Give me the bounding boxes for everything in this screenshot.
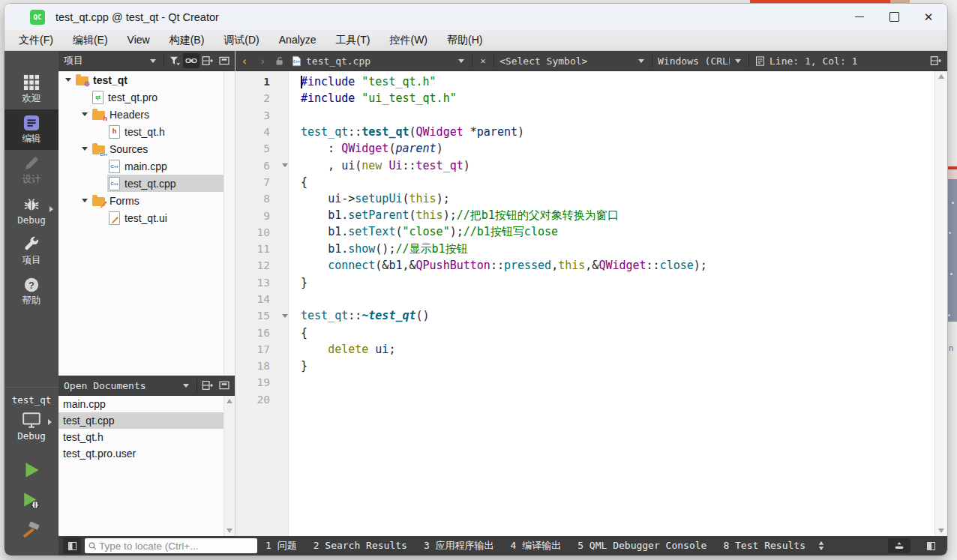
chevron-down-icon[interactable] xyxy=(458,59,464,63)
sidebar-mode-help[interactable]: ?帮助 xyxy=(4,271,58,312)
minimize-output-pane-button[interactable] xyxy=(888,538,910,553)
close-panel-button[interactable] xyxy=(216,53,232,68)
toggle-right-sidebar-button[interactable] xyxy=(922,538,940,554)
output-tab-3[interactable]: 3 应用程序输出 xyxy=(416,536,502,556)
open-documents-title[interactable]: Open Documents xyxy=(64,380,178,391)
mode-label: 帮助 xyxy=(22,295,41,307)
run-debug-button[interactable] xyxy=(21,492,42,513)
menu-item-t[interactable]: 工具(T) xyxy=(326,30,380,50)
tree-item-test-qt-h[interactable]: htest_qt.h xyxy=(58,123,235,140)
line-number: 6 xyxy=(236,160,276,172)
split-editor-button[interactable] xyxy=(928,53,944,68)
code-text[interactable]: , ui(new Ui::test_qt) xyxy=(294,159,470,172)
expand-arrow-icon[interactable] xyxy=(82,199,88,202)
expand-arrow-icon[interactable] xyxy=(82,147,88,151)
chevron-down-icon[interactable] xyxy=(150,59,156,63)
tree-item-test-qt[interactable]: test_qt xyxy=(58,71,235,88)
editor-scrollbar[interactable] xyxy=(934,71,947,536)
close-button[interactable]: ✕ xyxy=(911,4,946,30)
sidebar-mode-welcome[interactable]: 欢迎 xyxy=(4,69,58,109)
output-tab-8-test-results[interactable]: 8 Test Results xyxy=(715,536,814,556)
open-document-test-qt-pro-user[interactable]: test_qt.pro.user xyxy=(58,445,224,462)
open-documents-scrollbar[interactable] xyxy=(224,396,235,536)
menu-item-f[interactable]: 文件(F) xyxy=(9,30,63,50)
close-panel-button[interactable] xyxy=(216,378,232,393)
code-text[interactable]: b1.setText("close");//b1按钮写close xyxy=(294,225,558,239)
menu-item-e[interactable]: 编辑(E) xyxy=(63,30,118,50)
tree-item-test-qt-pro[interactable]: qttest_qt.pro xyxy=(58,88,235,106)
folder-project-icon xyxy=(76,76,88,85)
open-file-selector[interactable]: test_qt.cpp xyxy=(306,55,453,67)
fold-marker-icon[interactable] xyxy=(282,314,288,318)
code-text[interactable]: test_qt::~test_qt() xyxy=(294,309,430,322)
sidebar-mode-edit[interactable]: 编辑 xyxy=(4,109,58,150)
open-document-test-qt-cpp[interactable]: test_qt.cpp xyxy=(58,412,224,429)
menu-item-w[interactable]: 控件(W) xyxy=(380,30,437,50)
open-document-test-qt-h[interactable]: test_qt.h xyxy=(58,429,224,445)
menu-item-view[interactable]: View xyxy=(118,30,160,50)
toggle-left-sidebar-button[interactable] xyxy=(63,538,81,554)
code-text[interactable]: connect(&b1,&QPushButton::pressed,this,&… xyxy=(294,259,707,272)
tree-item-sources[interactable]: C++Sources xyxy=(58,140,235,157)
code-text[interactable]: #include "test_qt.h" xyxy=(294,75,436,88)
kit-selector[interactable]: test_qtDebug xyxy=(4,388,58,443)
split-panel-button[interactable] xyxy=(200,378,216,393)
locator-search-box[interactable] xyxy=(85,538,257,553)
code-text[interactable]: } xyxy=(294,359,308,373)
tree-item-main-cpp[interactable]: C++main.cpp xyxy=(58,157,235,175)
menu-item-analyze[interactable]: Analyze xyxy=(269,30,326,50)
run-controls xyxy=(21,461,42,544)
run-button[interactable] xyxy=(21,461,42,482)
locator-search-input[interactable] xyxy=(98,540,254,553)
minimize-button[interactable] xyxy=(842,4,877,30)
code-text[interactable]: { xyxy=(294,326,308,340)
synchronize-link-button[interactable] xyxy=(183,53,200,68)
expand-arrow-icon[interactable] xyxy=(65,78,71,82)
close-document-button[interactable]: ✕ xyxy=(475,55,491,66)
code-line-6: 6 , ui(new Ui::test_qt) xyxy=(236,157,947,173)
open-document-main-cpp[interactable]: main.cpp xyxy=(58,396,224,412)
output-tab-5-qml-debugger-console[interactable]: 5 QML Debugger Console xyxy=(569,536,715,556)
cursor-position-indicator: Line: 1, Col: 1 xyxy=(770,55,857,67)
menu-item-b[interactable]: 构建(B) xyxy=(160,30,214,50)
menu-item-h[interactable]: 帮助(H) xyxy=(437,30,492,50)
output-pane-arrows-icon[interactable] xyxy=(815,540,827,552)
fold-marker-icon[interactable] xyxy=(282,163,288,167)
code-text[interactable]: ui->setupUi(this); xyxy=(294,192,450,205)
maximize-button[interactable] xyxy=(877,4,911,30)
output-tab-4[interactable]: 4 编译输出 xyxy=(502,536,570,556)
code-text[interactable]: { xyxy=(294,175,308,189)
chevron-down-icon[interactable] xyxy=(735,59,741,63)
line-ending-selector[interactable]: Windows (CRLF) xyxy=(658,55,730,67)
project-tree-scrollbar[interactable] xyxy=(224,71,235,376)
code-text[interactable]: b1.show();//显示b1按钮 xyxy=(294,242,468,256)
filter-button[interactable] xyxy=(166,53,183,68)
code-text[interactable]: test_qt::test_qt(QWidget *parent) xyxy=(294,125,524,139)
symbol-selector[interactable]: <Select Symbol> xyxy=(500,55,633,67)
sidebar-mode-projects[interactable]: 项目 xyxy=(4,231,58,271)
chevron-down-icon[interactable] xyxy=(638,59,644,63)
sidebar-mode-debug[interactable]: Debug xyxy=(4,190,58,231)
tree-item-test-qt-cpp[interactable]: C++test_qt.cpp xyxy=(58,175,235,192)
go-forward-button[interactable]: › xyxy=(254,54,272,68)
split-panel-button[interactable] xyxy=(200,53,216,68)
projects-panel-title[interactable]: 项目 xyxy=(64,54,145,67)
tree-item-test-qt-ui[interactable]: test_qt.ui xyxy=(58,209,235,226)
code-text[interactable]: delete ui; xyxy=(294,343,395,356)
run-icon xyxy=(22,460,41,483)
build-button[interactable] xyxy=(21,523,42,544)
title-bar[interactable]: QC test_qt.cpp @ test_qt - Qt Creator ✕ xyxy=(4,4,947,30)
code-text[interactable]: } xyxy=(294,276,308,289)
code-text[interactable]: #include "ui_test_qt.h" xyxy=(294,91,457,105)
output-tab-1[interactable]: 1 问题 xyxy=(257,536,305,556)
code-editor[interactable]: 1#include "test_qt.h"2#include "ui_test_… xyxy=(236,71,947,536)
code-text[interactable]: b1.setParent(this);//把b1按钮的父对象转换为窗口 xyxy=(294,208,619,223)
expand-arrow-icon[interactable] xyxy=(82,112,88,116)
chevron-down-icon[interactable] xyxy=(183,384,189,388)
tree-item-headers[interactable]: hHeaders xyxy=(58,106,235,123)
menu-item-d[interactable]: 调试(D) xyxy=(214,30,268,50)
go-back-button[interactable]: ‹ xyxy=(236,54,254,68)
tree-item-forms[interactable]: Forms xyxy=(58,192,235,209)
code-text[interactable]: : QWidget(parent) xyxy=(294,142,443,155)
output-tab-2-search-results[interactable]: 2 Search Results xyxy=(305,536,416,556)
